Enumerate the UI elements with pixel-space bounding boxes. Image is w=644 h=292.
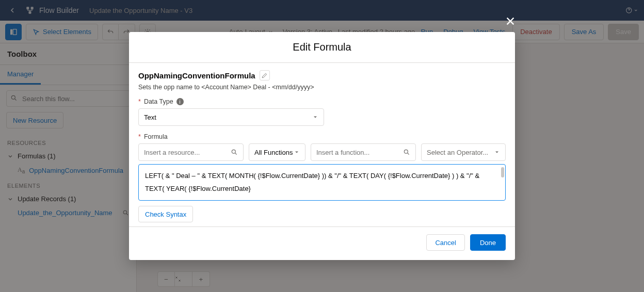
svg-point-10 bbox=[404, 150, 408, 153]
insert-resource-combo[interactable] bbox=[138, 143, 244, 161]
formula-name: OppNamingConventionFormula bbox=[138, 71, 255, 80]
formula-label: *Formula bbox=[138, 133, 506, 140]
data-type-select[interactable]: Text bbox=[138, 108, 324, 126]
function-category-label: All Functions bbox=[254, 149, 293, 156]
operator-select[interactable]: Select an Operator... bbox=[421, 143, 506, 161]
scrollbar[interactable] bbox=[501, 167, 504, 198]
chevron-down-icon bbox=[494, 149, 500, 155]
search-icon bbox=[403, 149, 410, 156]
insert-function-combo[interactable] bbox=[311, 143, 416, 161]
edit-name-button[interactable] bbox=[260, 70, 270, 80]
cancel-button[interactable]: Cancel bbox=[426, 234, 464, 251]
modal-close-button[interactable] bbox=[505, 15, 516, 27]
function-category-select[interactable]: All Functions bbox=[249, 143, 305, 161]
operator-placeholder: Select an Operator... bbox=[427, 149, 488, 156]
info-icon[interactable]: i bbox=[176, 98, 184, 105]
insert-function-input[interactable] bbox=[316, 149, 403, 156]
insert-resource-input[interactable] bbox=[144, 149, 231, 156]
search-icon bbox=[231, 149, 238, 156]
formula-textarea[interactable]: LEFT( & " Deal – " & TEXT( MONTH( {!$Flo… bbox=[138, 164, 506, 201]
done-button[interactable]: Done bbox=[470, 234, 506, 251]
formula-description: Sets the opp name to <Account Name> Deal… bbox=[138, 84, 506, 91]
chevron-down-icon bbox=[294, 149, 300, 155]
check-syntax-button[interactable]: Check Syntax bbox=[138, 206, 193, 222]
chevron-down-icon bbox=[312, 114, 318, 120]
svg-point-9 bbox=[232, 150, 235, 153]
data-type-label: *Data Type i bbox=[138, 98, 506, 105]
data-type-value: Text bbox=[144, 113, 156, 121]
edit-formula-modal: Edit Formula OppNamingConventionFormula … bbox=[129, 32, 515, 260]
modal-title: Edit Formula bbox=[129, 32, 515, 63]
